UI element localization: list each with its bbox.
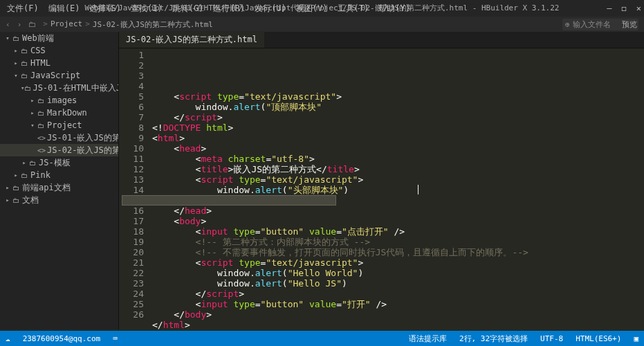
preview-button[interactable]: 预览	[622, 19, 637, 30]
expand-icon: ▸	[4, 184, 11, 191]
code-line[interactable]: </head>	[149, 206, 638, 216]
tabs: JS-02-嵌入JS的第二种方式.html	[119, 32, 644, 48]
sidebar-item[interactable]: ▸🗀HTML	[0, 57, 118, 69]
sidebar-item[interactable]: ▸🗀文档	[0, 194, 118, 206]
expand-icon: ▸	[12, 47, 19, 54]
code-line[interactable]: <html>	[149, 133, 638, 143]
minimize-icon[interactable]: —	[607, 0, 611, 17]
maximize-icon[interactable]: ◻	[622, 0, 627, 17]
text-cursor	[418, 185, 418, 194]
status-position[interactable]: 2行, 32字符被选择	[459, 334, 528, 344]
sidebar-item-label: 文档	[22, 194, 39, 206]
code-line[interactable]: window.alert("头部脚本块")	[149, 185, 638, 195]
code-line[interactable]: <!-- 不需要事件触发，打开页面的同时执行JS代码，且遵循自上而下的顺序。--…	[149, 247, 638, 257]
sidebar-item[interactable]: ▾🗀JS-01-在HTML中嵌入JavaScript…	[0, 82, 118, 94]
title-bar: 文件(F)编辑(E)选择(S)查找(I)跳转(G)运行(R)发行(U)视图(V)…	[0, 0, 644, 17]
code-line[interactable]: <body>	[149, 216, 638, 226]
menu-item[interactable]: 视图(V)	[292, 0, 332, 17]
status-bar: ☁ 2387600954@qq.com ⌨ 语法提示库 2行, 32字符被选择 …	[0, 331, 644, 346]
line-number: 2	[119, 60, 144, 71]
sidebar-item[interactable]: ▾🗀Web前端	[0, 32, 118, 44]
vertical-scroll[interactable]	[638, 48, 644, 329]
search-placeholder: 输入文件名	[573, 19, 611, 30]
line-number: 9	[119, 133, 144, 143]
code-line[interactable]: </script>	[149, 112, 638, 122]
main-area: ▾🗀Web前端▸🗀CSS▸🗀HTML▾🗀JavaScript▾🗀JS-01-在H…	[0, 32, 644, 329]
sidebar-item[interactable]: ▾🗀JavaScript	[0, 69, 118, 82]
status-language[interactable]: HTML(ES6+)	[576, 334, 621, 343]
code-line[interactable]: <!DOCTYPE html>	[149, 122, 638, 133]
sidebar-item[interactable]: ▸🗀CSS	[0, 44, 118, 57]
sidebar-item[interactable]: <>JS-01-嵌入JS的第一种方式…	[0, 131, 118, 144]
expand-icon: ▸	[21, 159, 28, 166]
folder-icon: <>	[37, 134, 46, 142]
menu-item[interactable]: 发行(U)	[250, 0, 291, 17]
status-syntax[interactable]: 语法提示库	[409, 334, 447, 344]
run-icon[interactable]: ▣	[634, 334, 638, 343]
menu-item[interactable]: 文件(F)	[3, 0, 43, 17]
expand-icon: ▾	[12, 72, 19, 79]
code-line[interactable]: window.alert("Hello JS")	[149, 278, 638, 289]
expand-icon: ▸	[29, 109, 36, 116]
status-user[interactable]: 2387600954@qq.com	[23, 334, 101, 343]
expand-icon: ▸	[12, 60, 19, 66]
menu-item[interactable]: 帮助(Y)	[374, 0, 414, 17]
code-source[interactable]: <script type="text/javascript"> window.a…	[149, 48, 638, 329]
code-line[interactable]: <meta charset="utf-8">	[149, 154, 638, 164]
sidebar-item-label: JS-01-在HTML中嵌入JavaScript…	[33, 82, 118, 94]
sidebar-item[interactable]: ▸🗀JS-模板	[0, 156, 118, 169]
code-line[interactable]: <!-- 第二种方式：内部脚本块的方式 -->	[149, 237, 638, 247]
code-line[interactable]: window.alert("Hello World")	[149, 268, 638, 278]
code-line[interactable]: <head>	[149, 143, 638, 154]
breadcrumb-item[interactable]: JS-02-嵌入JS的第二种方式.html	[93, 19, 213, 30]
folder-icon: 🗀	[24, 84, 31, 92]
sidebar-item[interactable]: ▾🗀Project	[0, 119, 118, 131]
code-line[interactable]: window.alert("顶部脚本块"	[149, 102, 638, 112]
menu-item[interactable]: 选择(S)	[85, 0, 125, 17]
sidebar-item[interactable]: <>JS-02-嵌入JS的第二种方式…	[0, 144, 118, 156]
line-number: 8	[119, 122, 144, 133]
code-line[interactable]: <script type="text/javascript">	[149, 257, 638, 268]
terminal-icon[interactable]: ⌨	[113, 334, 118, 343]
close-icon[interactable]: ✕	[636, 0, 641, 17]
code-line[interactable]: <input type="button" value="打开" />	[149, 299, 638, 309]
sidebar-item-label: Pink	[30, 170, 50, 180]
sync-icon[interactable]: ☁	[6, 334, 10, 343]
sidebar-item-label: Web前端	[22, 33, 54, 44]
code-line[interactable]: </script>	[149, 289, 638, 299]
folder-icon: 🗀	[36, 122, 46, 129]
code-line[interactable]: <script type="text/javascript">	[149, 91, 638, 102]
sidebar-item-label: HTML	[30, 58, 50, 68]
menu-item[interactable]: 编辑(E)	[44, 0, 84, 17]
code-line[interactable]: </html>	[149, 320, 638, 329]
folder-icon[interactable]: 🗀	[28, 20, 36, 29]
menu-item[interactable]: 运行(R)	[209, 0, 249, 17]
sidebar-item[interactable]: ▸🗀images	[0, 94, 118, 107]
menu-item[interactable]: 工具(T)	[333, 0, 374, 17]
line-number: 26	[119, 309, 144, 320]
sidebar-item[interactable]: ▸🗀MarkDown	[0, 107, 118, 119]
forward-icon[interactable]: ›	[17, 20, 22, 29]
tab-active[interactable]: JS-02-嵌入JS的第二种方式.html	[119, 31, 264, 48]
status-encoding[interactable]: UTF-8	[540, 334, 563, 343]
back-icon[interactable]: ‹	[6, 20, 10, 29]
file-explorer[interactable]: ▾🗀Web前端▸🗀CSS▸🗀HTML▾🗀JavaScript▾🗀JS-01-在H…	[0, 32, 119, 329]
sidebar-item-label: JS-模板	[39, 157, 71, 169]
line-number: 3	[119, 71, 144, 81]
sidebar-item[interactable]: ▸🗀前端api文档	[0, 181, 118, 194]
code-line[interactable]: </body>	[149, 309, 638, 320]
expand-icon: ▾	[29, 122, 36, 129]
code-area[interactable]: 1234567891011121314151617181920212223242…	[119, 48, 644, 329]
breadcrumb-item[interactable]: Project	[50, 19, 82, 30]
line-number: 22	[119, 268, 144, 278]
menu-item[interactable]: 查找(I)	[127, 0, 167, 17]
folder-icon: 🗀	[19, 72, 29, 80]
line-number: 24	[119, 289, 144, 299]
code-line[interactable]: <script type="text/javascript">	[149, 174, 638, 185]
line-number: 11	[119, 154, 144, 164]
code-line[interactable]: <title>嵌入JS的第二种方式</title>	[149, 164, 638, 174]
menu-item[interactable]: 跳转(G)	[168, 0, 208, 17]
sidebar-item[interactable]: ▸🗀Pink	[0, 169, 118, 181]
code-line[interactable]: <input type="button" value="点击打开" />	[149, 226, 638, 237]
folder-icon: 🗀	[19, 47, 29, 55]
